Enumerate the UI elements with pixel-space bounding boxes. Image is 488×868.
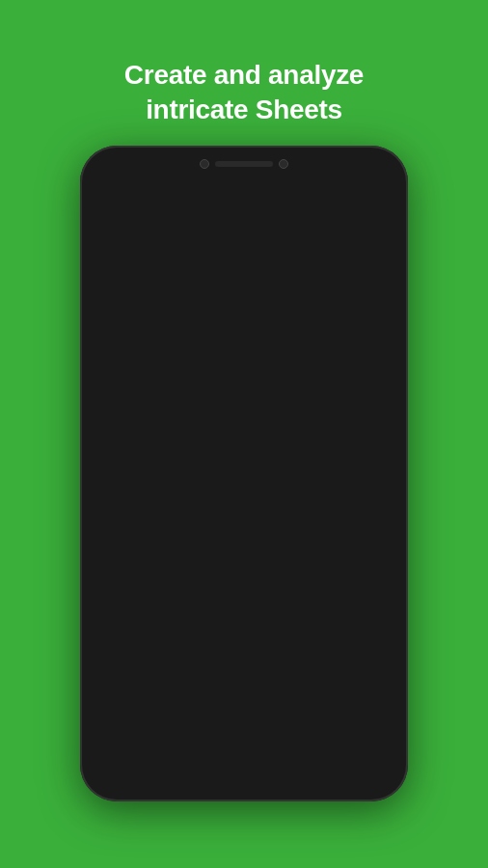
home-label-text: HOME <box>126 218 164 232</box>
table-row: 6 Entrance Kiosk $ 1.00 $ 800.00 $ 800.0… <box>93 393 396 402</box>
app-toolbar: HOME ▾ 💾 ↩ ↪ 📖 ∧ <box>92 207 396 244</box>
table-row: 17 $ 0.00 $ 0.00 <box>93 499 396 508</box>
cost-header: COST <box>213 373 253 383</box>
expand-icon[interactable]: ∧ <box>377 218 387 233</box>
italic-button[interactable]: I <box>122 281 131 299</box>
legend-actual: Actual <box>351 637 386 645</box>
table-row: 13 Sponsor / Partnerships PROJECTED ACTU… <box>93 460 396 470</box>
spreadsheet[interactable]: A B C D E F G H I 1 EVENT REV <box>92 331 396 702</box>
table-row: 22 Half Page $ 60.00 $ 150.00 $7,500.00 … <box>93 547 396 556</box>
bold-button[interactable]: B <box>99 281 114 299</box>
text-color-dropdown-icon[interactable]: ▾ <box>237 252 244 266</box>
borders-button[interactable]: ⊞ <box>183 283 199 297</box>
table-row: 12 $ 0.00 $ 0.00 <box>93 450 396 460</box>
table-row: 10 Space - Small $ 15.00 $ 300.00 $3,000… <box>93 431 396 441</box>
y-label-28000: 28000 <box>97 622 112 628</box>
table-row: 21 Full Page $ 1.00 $ 250.00 $6,250.00 $… <box>93 537 396 547</box>
status-bar: 🔇 ▲▲ |||| 69% 🔋 14:09 <box>92 186 396 207</box>
font-name-input[interactable]: Century Gothic <box>99 250 186 267</box>
font-size-input[interactable]: 10 <box>192 250 219 267</box>
table-row: 16 $ 0.00 $ 0.00 <box>93 489 396 499</box>
save-icon[interactable]: 💾 <box>290 218 307 233</box>
col-a: A <box>104 331 139 342</box>
table-row: 19 Front Cover $ 1.00 $ 800.00 $ 800.00 … <box>93 518 396 528</box>
bar-actual-3 <box>162 635 170 688</box>
status-icons: 🔇 ▲▲ |||| 69% 🔋 <box>278 192 354 202</box>
vendors-label: Vendors <box>104 383 173 393</box>
undo-icon[interactable]: ↩ <box>314 218 326 233</box>
align-right-button[interactable]: ≡ <box>375 281 389 299</box>
y-label-16000: 16000 <box>97 682 112 688</box>
table-row: 1 EVENT REVENUE <box>93 342 396 354</box>
table-row: 23 Centerfold $ 1.00 $ 500.00 $ 500.00 $… <box>93 556 396 566</box>
table-row: 2 Projected Subtotal to Date: $63,800.00 <box>93 354 396 364</box>
table-row: 27 Adult $ 600.00 $ 15.00 $ 7,500.00 $9,… <box>93 595 396 605</box>
table-row: 24 $ 0.00 $ 0.00 <box>93 566 396 576</box>
mute-icon: 🔇 <box>278 192 288 202</box>
table-row: 20 Back Cover $ 1.00 $ 750.00 $ 750.00 $… <box>93 528 396 537</box>
vendors-projected-subtotal: $23,350.00 <box>290 383 326 393</box>
chart-bars <box>115 622 391 688</box>
font-bar: Century Gothic 10 a ▾ ≡ <box>92 244 396 275</box>
bar-group-1 <box>115 639 131 688</box>
chart-wrapper: 28000 24000 20000 16000 <box>97 622 391 694</box>
table-row: 18 Program Ads PROJECTED ACTUAL SUBTOTAL… <box>93 508 396 518</box>
corner-cell <box>93 331 104 342</box>
sheet-table: A B C D E F G H I 1 EVENT REV <box>92 331 396 606</box>
bar-projected-3 <box>153 644 161 688</box>
table-row: 4 CATEGORY COST PROJECTED SUBTOTAL ACTUA… <box>93 373 396 383</box>
actual-header: ACTUAL SUBTOTAL <box>326 373 396 383</box>
home-dropdown[interactable]: HOME ▾ <box>126 218 174 232</box>
chart-area: PROJECTED vs. ACTUAL 28000 24000 20000 1… <box>92 606 396 702</box>
y-label-20000: 20000 <box>97 662 112 667</box>
col-f: F <box>253 331 290 342</box>
table-row: 3 Actual Subtotal to Date: $65,725.00 <box>93 364 396 373</box>
headline: Create and analyze intricate Sheets <box>67 29 421 128</box>
camera-dot-2 <box>279 159 288 169</box>
status-time: 14:09 <box>364 191 389 202</box>
subtitle2-cell: Actual Subtotal to Date: $65,725.00 <box>104 364 253 373</box>
underline-button[interactable]: U <box>139 281 153 299</box>
y-label-24000: 24000 <box>97 641 112 647</box>
category-header: CATEGORY <box>104 373 213 383</box>
bar-actual-2 <box>143 664 150 688</box>
text-color-button[interactable]: a <box>225 252 231 266</box>
formula-input[interactable]: =SUM(H19:I25) <box>122 312 196 323</box>
formula-bar: fx =SUM(H19:I25) <box>92 306 396 331</box>
col-d: D <box>213 331 244 342</box>
highlight-button[interactable]: A <box>227 282 233 297</box>
legend-actual-label: Actual <box>362 638 378 644</box>
col-h: H <box>326 331 362 342</box>
battery-icon: 🔋 <box>343 192 354 202</box>
event-revenue-title: EVENT REVENUE <box>104 342 396 354</box>
align-icon[interactable]: ≡ <box>381 252 389 266</box>
redo-icon[interactable]: ↪ <box>334 218 345 233</box>
col-e: E <box>244 331 253 342</box>
table-row: 8 Space - Large $ 14.00 $ 650.00 $9,750.… <box>93 412 396 421</box>
book-icon[interactable]: 📖 <box>353 218 369 233</box>
legend-projected-color <box>351 627 359 635</box>
subtitle1-cell: Projected Subtotal to Date: $63,800.00 <box>104 354 253 364</box>
legend-projected: Projected <box>351 627 386 635</box>
chart-y-axis: 28000 24000 20000 16000 <box>97 622 115 688</box>
phone-mockup: 🔇 ▲▲ |||| 69% 🔋 14:09 HOME ▾ 💾 ↩ ↪ <box>80 146 408 801</box>
signal-icon: |||| <box>312 192 320 202</box>
table-row: 7 Exit Kiosk $ 1.00 $ 800.00 $ 800.00 $ … <box>93 402 396 412</box>
ticket-sales-label: Ticket Sales <box>104 585 173 595</box>
bar-projected-2 <box>134 668 142 688</box>
col-g: G <box>290 331 326 342</box>
fx-label: fx <box>99 312 109 323</box>
speaker-bar <box>215 161 273 167</box>
bar-actual-4 <box>181 654 189 688</box>
table-row: 14 Named Sponsor $ 1.00 $5,000.00 $5,000… <box>93 470 396 479</box>
phone-camera-area <box>200 159 288 169</box>
formula-divider <box>115 310 116 325</box>
table-row: 5 Vendors PROJECTED ACTUAL SUBTOTAL $23,… <box>93 383 396 393</box>
strikethrough-button[interactable]: S <box>161 281 176 299</box>
format-dropdown-icon[interactable]: ▾ <box>206 281 219 299</box>
chart-title: PROJECTED vs. ACTUAL <box>97 610 391 619</box>
table-row: 9 Space - Medium $ 20.00 $ 450.00 $9,000… <box>93 421 396 431</box>
menu-button[interactable] <box>101 220 119 231</box>
bar-actual-1 <box>123 639 131 688</box>
highlight-dropdown-icon[interactable]: ▾ <box>241 281 254 299</box>
